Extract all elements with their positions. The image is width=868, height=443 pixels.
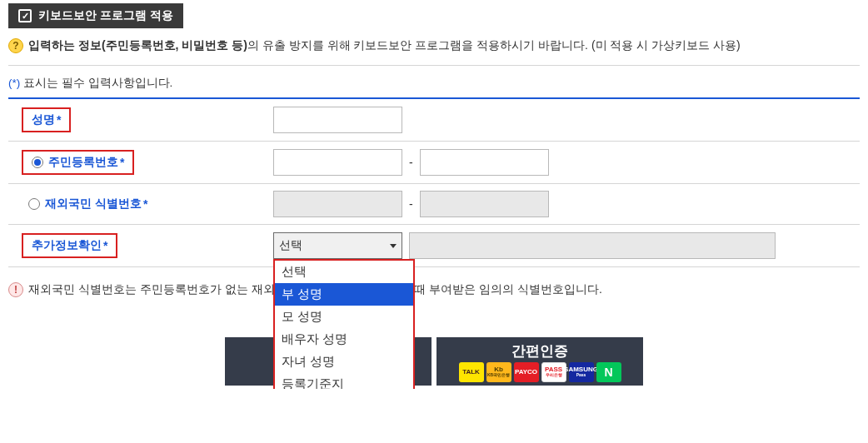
provider-pass: PASS우리은행 [541,362,566,382]
star-icon: * [120,156,124,169]
select-display[interactable]: 선택 [273,232,402,259]
footer-text-right: 때 부여받은 임의의 식별번호입니다. [414,282,602,296]
info-rest: 의 유출 방지를 위해 키보드보안 프로그램을 적용하시기 바랍니다. (미 적… [247,38,741,52]
exclamation-icon: ! [8,282,23,297]
required-mark: (*) [8,77,20,89]
option-5[interactable]: 등록기준지 [275,373,413,389]
footer-text-left: 재외국민 식별번호는 주민등록번호가 없는 재외 [28,282,275,296]
simple-auth-button[interactable]: 간편인증 TALK KbKB국민은행 PAYCO PASS우리은행 SAMSUN… [436,337,643,386]
rrn-input-1[interactable] [273,149,402,176]
row-extra: 추가정보확인 * 선택 선택 부 성명 모 성명 배우자 성명 자녀 성명 등록… [8,225,860,267]
security-banner-text: 키보드보안 프로그램 적용 [38,8,173,23]
provider-naver: N [596,362,621,382]
option-2[interactable]: 모 성명 [275,306,413,328]
provider-kakao: TALK [459,362,484,382]
select-value: 선택 [279,238,302,253]
label-extra: 추가정보확인 * [22,233,117,258]
label-overseas[interactable]: 재외국민 식별번호 * [22,193,154,215]
required-note: (*) 표시는 필수 입력사항입니다. [8,76,860,97]
form-table: 성명 * 주민등록번호 * - 재외국민 식별번호 * [8,97,860,267]
question-icon: ? [8,38,23,53]
required-note-text: 표시는 필수 입력사항입니다. [23,77,172,89]
separator: - [409,197,413,211]
label-name: 성명 * [22,107,71,132]
name-input[interactable] [273,107,402,133]
extra-input [409,232,776,259]
rrn-input-2[interactable] [420,149,549,176]
row-overseas: 재외국민 식별번호 * - [8,184,860,225]
radio-rrn[interactable] [32,157,43,168]
provider-payco: PAYCO [514,362,539,382]
simple-auth-label: 간편인증 [511,341,568,361]
row-name: 성명 * [8,99,860,142]
provider-kb: KbKB국민은행 [486,362,511,382]
select-dropdown: 선택 부 성명 모 성명 배우자 성명 자녀 성명 등록기준지 [273,259,415,389]
overseas-input-2 [420,191,549,217]
row-rrn: 주민등록번호 * - [8,142,860,184]
option-0[interactable]: 선택 [275,261,413,283]
star-icon: * [143,197,147,211]
info-bold: 입력하는 정보(주민등록번호, 비밀번호 등) [28,38,247,52]
provider-row: TALK KbKB국민은행 PAYCO PASS우리은행 SAMSUNGPass… [459,362,621,382]
star-icon: * [57,113,61,127]
info-message: ? 입력하는 정보(주민등록번호, 비밀번호 등)의 유출 방지를 위해 키보드… [8,38,860,66]
separator: - [409,156,413,169]
chevron-down-icon [390,244,397,248]
option-3[interactable]: 배우자 성명 [275,328,413,351]
extra-select[interactable]: 선택 선택 부 성명 모 성명 배우자 성명 자녀 성명 등록기준지 [273,232,402,259]
label-rrn[interactable]: 주민등록번호 * [22,150,134,175]
option-4[interactable]: 자녀 성명 [275,351,413,373]
button-row: 공동인 간편인증 TALK KbKB국민은행 PAYCO PASS우리은행 SA… [8,337,860,386]
check-icon: ✓ [18,9,32,22]
overseas-input-1 [273,191,402,217]
keyboard-security-banner[interactable]: ✓ 키보드보안 프로그램 적용 [8,3,183,28]
provider-samsung: SAMSUNGPass [569,362,594,382]
option-1[interactable]: 부 성명 [275,283,413,306]
footer-note: ! 재외국민 식별번호는 주민등록번호가 없는 재외 때 부여받은 임의의 식별… [8,282,860,297]
star-icon: * [103,239,107,252]
radio-overseas[interactable] [28,198,40,210]
